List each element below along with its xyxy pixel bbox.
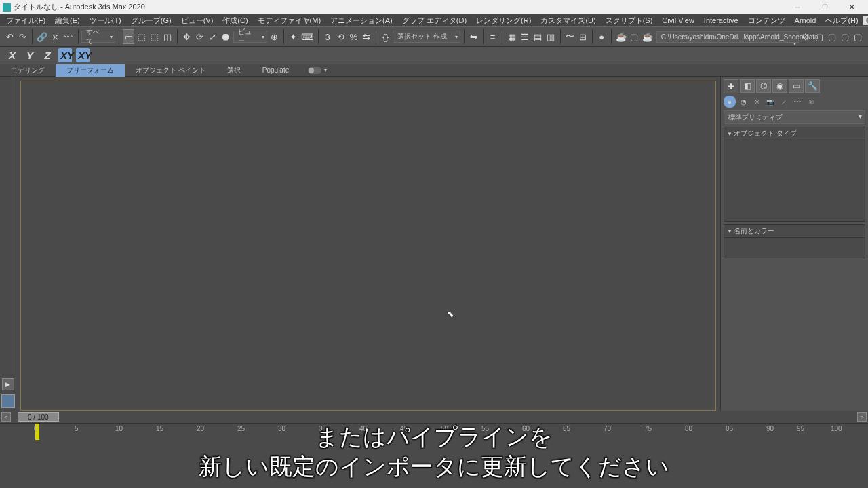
menu-tools[interactable]: ツール(T) bbox=[85, 15, 126, 26]
cp-section-objecttype[interactable]: オブジェクト タイプ bbox=[724, 127, 865, 140]
close-button[interactable]: ✕ bbox=[838, 0, 865, 14]
layer-toggle-button[interactable]: ▦ bbox=[506, 29, 517, 44]
unlink-button[interactable]: ⤫ bbox=[50, 29, 61, 44]
pivot-button[interactable]: ⊕ bbox=[269, 29, 280, 44]
viewport-thumb[interactable] bbox=[1, 394, 15, 408]
menu-customize[interactable]: カスタマイズ(U) bbox=[536, 15, 600, 26]
ribbon-chevron-icon[interactable]: ▾ bbox=[324, 67, 327, 73]
link-button[interactable]: 🔗 bbox=[36, 29, 48, 44]
path-item2-button[interactable]: ▢ bbox=[826, 29, 837, 44]
layer-explorer-button[interactable]: ▤ bbox=[532, 29, 543, 44]
menu-civilview[interactable]: Civil View bbox=[657, 16, 698, 25]
material-editor-button[interactable]: ● bbox=[596, 29, 608, 44]
rotate-button[interactable]: ⟳ bbox=[194, 29, 205, 44]
viewport-play-button[interactable]: ▶ bbox=[2, 378, 14, 390]
spinner-snap-button[interactable]: ⇆ bbox=[361, 29, 372, 44]
menu-script[interactable]: スクリプト(S) bbox=[601, 15, 658, 26]
menu-create[interactable]: 作成(C) bbox=[218, 15, 252, 26]
time-ruler[interactable]: 0510152025303540455055606570758085909510… bbox=[0, 423, 868, 442]
user-account[interactable]: masahiro.yoshi... ▾ bbox=[863, 16, 868, 25]
snap-3d-button[interactable]: 3 bbox=[321, 29, 333, 44]
render-setup-button[interactable]: ☕ bbox=[615, 29, 627, 44]
keyboard-shortcut-button[interactable]: ⌨ bbox=[300, 29, 315, 44]
minimize-button[interactable]: ─ bbox=[784, 0, 811, 14]
time-slider-left[interactable]: < bbox=[1, 412, 11, 422]
menu-animation[interactable]: アニメーション(A) bbox=[326, 15, 397, 26]
menu-content[interactable]: コンテンツ bbox=[743, 15, 790, 26]
snap-percent-button[interactable]: % bbox=[348, 29, 359, 44]
bind-button[interactable]: 〰 bbox=[62, 29, 74, 44]
cp-sub-cameras[interactable]: 📷 bbox=[764, 96, 776, 108]
schematic-view-button[interactable]: ⊞ bbox=[577, 29, 589, 44]
cp-section-namecolor[interactable]: 名前とカラー bbox=[724, 224, 865, 238]
axis-x[interactable]: X bbox=[5, 49, 19, 61]
move-button[interactable]: ✥ bbox=[181, 29, 193, 44]
tab-freeform[interactable]: フリーフォーム bbox=[56, 64, 125, 77]
menu-rendering[interactable]: レンダリング(R) bbox=[471, 15, 536, 26]
curve-editor-button[interactable]: 〜 bbox=[564, 29, 576, 44]
redo-button[interactable]: ↷ bbox=[17, 29, 28, 44]
tab-objectpaint[interactable]: オブジェクト ペイント bbox=[125, 64, 216, 77]
render-button[interactable]: ☕ bbox=[642, 29, 654, 44]
viewport[interactable]: ⬉ bbox=[20, 81, 716, 411]
cp-category-dropdown[interactable]: 標準プリミティブ bbox=[724, 110, 865, 124]
menu-group[interactable]: グループ(G) bbox=[126, 15, 176, 26]
axis-xy2[interactable]: XY bbox=[76, 48, 90, 62]
manipulate-button[interactable]: ✦ bbox=[287, 29, 298, 44]
crease-explorer-button[interactable]: ▥ bbox=[545, 29, 557, 44]
selection-filter[interactable]: すべて bbox=[81, 30, 115, 43]
cp-sub-systems[interactable]: ⚛ bbox=[805, 96, 817, 108]
ribbon-toggle[interactable] bbox=[308, 67, 321, 74]
named-selection-dropdown[interactable]: 選択セット 作成 bbox=[393, 30, 460, 43]
tick-label: 35 bbox=[319, 425, 326, 432]
tick-label: 45 bbox=[400, 425, 408, 432]
scale-button[interactable]: ⤢ bbox=[207, 29, 218, 44]
time-slider-handle[interactable]: 0 / 100 bbox=[18, 412, 59, 422]
menu-view[interactable]: ビュー(V) bbox=[176, 15, 218, 26]
axis-constraints: X Y Z XY XY bbox=[0, 47, 868, 64]
axis-z[interactable]: Z bbox=[41, 49, 54, 61]
axis-xy[interactable]: XY bbox=[58, 48, 72, 62]
project-path[interactable]: C:\Users\yoshidm\OneDri...k\ppt\Arnold_S… bbox=[656, 31, 799, 43]
maximize-button[interactable]: ☐ bbox=[811, 0, 838, 14]
tab-selection[interactable]: 選択 bbox=[216, 64, 252, 77]
menu-file[interactable]: ファイル(F) bbox=[1, 15, 50, 26]
menu-interactive[interactable]: Interactive bbox=[699, 16, 743, 25]
edit-named-sel-button[interactable]: {} bbox=[380, 29, 391, 44]
time-slider-right[interactable]: > bbox=[857, 412, 867, 422]
cp-tab-hierarchy[interactable]: ⌬ bbox=[756, 79, 771, 93]
cp-tab-modify[interactable]: ◧ bbox=[740, 79, 755, 93]
time-slider-track[interactable]: 0 / 100 bbox=[11, 412, 857, 422]
render-frame-button[interactable]: ▢ bbox=[629, 29, 640, 44]
ref-coord-dropdown[interactable]: ビュー bbox=[233, 30, 267, 43]
cp-sub-geometry[interactable]: ● bbox=[724, 96, 736, 108]
select-object-button[interactable]: ▭ bbox=[123, 29, 134, 44]
cp-tab-display[interactable]: ▭ bbox=[789, 79, 804, 93]
mirror-button[interactable]: ⇋ bbox=[468, 29, 479, 44]
cp-sub-lights[interactable]: ☀ bbox=[751, 96, 763, 108]
cp-tab-create[interactable]: ✚ bbox=[724, 79, 738, 93]
path-item3-button[interactable]: ▢ bbox=[839, 29, 850, 44]
snap-angle-button[interactable]: ⟲ bbox=[335, 29, 347, 44]
align-button[interactable]: ≡ bbox=[487, 29, 498, 44]
placement-button[interactable]: ⬣ bbox=[220, 29, 231, 44]
menu-modifiers[interactable]: モディファイヤ(M) bbox=[253, 15, 326, 26]
window-crossing-button[interactable]: ◫ bbox=[162, 29, 174, 44]
cp-sub-helpers[interactable]: ⟋ bbox=[778, 96, 790, 108]
menu-arnold[interactable]: Arnold bbox=[790, 16, 821, 25]
cp-tab-motion[interactable]: ◉ bbox=[772, 79, 787, 93]
tab-modeling[interactable]: モデリング bbox=[0, 64, 56, 77]
menu-graph[interactable]: グラフ エディタ(D) bbox=[397, 15, 471, 26]
menu-help[interactable]: ヘルプ(H) bbox=[821, 15, 863, 26]
select-region-button[interactable]: ⬚ bbox=[149, 29, 161, 44]
menu-edit[interactable]: 編集(E) bbox=[50, 15, 85, 26]
axis-y[interactable]: Y bbox=[23, 49, 37, 61]
undo-button[interactable]: ↶ bbox=[4, 29, 16, 44]
cp-sub-spacewarps[interactable]: 〰 bbox=[791, 96, 804, 108]
cp-sub-shapes[interactable]: ◔ bbox=[737, 96, 749, 108]
tab-populate[interactable]: Populate bbox=[252, 65, 300, 75]
cp-tab-utilities[interactable]: 🔧 bbox=[805, 79, 820, 93]
path-item4-button[interactable]: ▢ bbox=[852, 29, 864, 44]
select-name-button[interactable]: ⬚ bbox=[136, 29, 147, 44]
scene-explorer-button[interactable]: ☰ bbox=[519, 29, 530, 44]
